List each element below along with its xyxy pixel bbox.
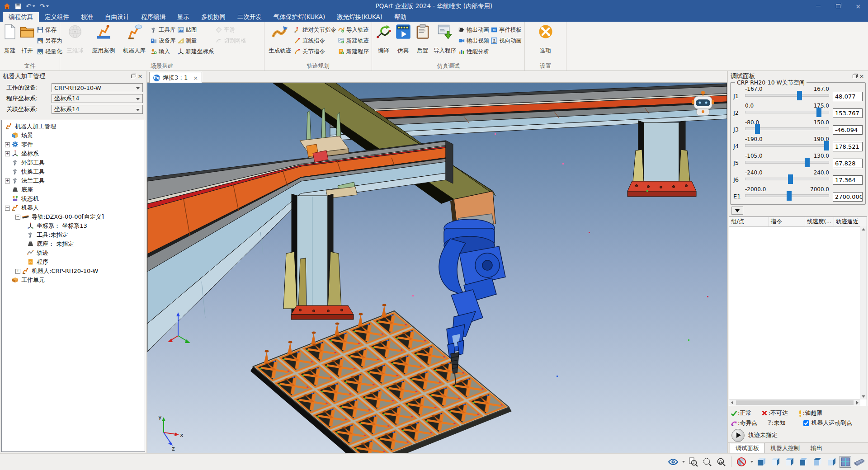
simulate-button[interactable]: 仿真 xyxy=(394,23,412,56)
undo-icon[interactable]: ↶ xyxy=(25,2,36,11)
zoom-select-icon[interactable] xyxy=(715,456,727,468)
close-panel-icon[interactable]: × xyxy=(858,73,865,80)
view-back-icon[interactable] xyxy=(769,456,781,468)
slider-thumb[interactable] xyxy=(788,174,793,184)
visibility-eye-icon[interactable] xyxy=(667,456,679,468)
tree-item-quick-change-tool[interactable]: 快换工具 xyxy=(2,167,145,176)
float-panel-icon[interactable] xyxy=(129,73,137,80)
abs-joint-cmd-button[interactable]: 绝对关节指令 xyxy=(294,26,336,34)
device-library-button[interactable]: 设备库 xyxy=(151,37,176,45)
tab-secondary-dev[interactable]: 二次开发 xyxy=(231,12,268,22)
close-button[interactable]: × xyxy=(848,0,868,12)
smooth-button[interactable]: 平滑 xyxy=(216,26,246,34)
new-button[interactable]: 新建 xyxy=(3,23,17,56)
scrollbar-thumb[interactable] xyxy=(736,400,854,405)
view-right-icon[interactable] xyxy=(797,456,809,468)
slider-thumb[interactable] xyxy=(755,124,760,134)
vertical-scrollbar[interactable] xyxy=(860,226,867,400)
zoom-window-icon[interactable] xyxy=(701,456,713,468)
tab-help[interactable]: 帮助 xyxy=(388,12,412,22)
joint-value-j3[interactable] xyxy=(833,125,863,135)
float-panel-icon[interactable] xyxy=(851,73,858,80)
3d-viewport[interactable]: x y z xyxy=(147,83,727,453)
view-bottom-icon[interactable] xyxy=(826,456,837,468)
joint-cmd-button[interactable]: 关节指令 xyxy=(294,47,336,56)
slider-thumb[interactable] xyxy=(816,108,821,117)
play-button[interactable] xyxy=(731,429,745,442)
new-program-button[interactable]: 新建程序 xyxy=(338,47,369,56)
tab-free-design[interactable]: 自由设计 xyxy=(99,12,135,22)
view-front-icon[interactable] xyxy=(755,456,767,468)
tree-item-state-machine[interactable]: 状态机 xyxy=(2,194,145,203)
view-plane-grid-icon[interactable] xyxy=(840,456,851,468)
tree-item-frames[interactable]: + 坐标系 xyxy=(2,149,145,158)
tree-expander[interactable]: + xyxy=(15,269,20,274)
tree-expander[interactable]: + xyxy=(5,151,10,156)
tree-item-robot-crp[interactable]: + 机器人:CRP-RH20-10-W xyxy=(2,267,145,276)
view-left-icon[interactable] xyxy=(783,456,795,468)
scroll-up-icon[interactable] xyxy=(862,228,865,230)
post-process-button[interactable]: 后置 xyxy=(414,23,431,56)
move-to-point-checkbox[interactable] xyxy=(803,420,809,426)
joint-slider-j1[interactable]: -167.0 167.0 xyxy=(745,85,829,102)
joint-slider-j4[interactable]: -190.0 190.0 xyxy=(745,136,829,152)
tab-output[interactable]: 输出 xyxy=(805,443,828,453)
hide-cube-icon[interactable] xyxy=(736,456,747,468)
joint-slider-j5[interactable]: -105.0 130.0 xyxy=(745,152,829,169)
tree-item-rail-program[interactable]: <> 程序 xyxy=(2,258,145,267)
scroll-right-icon[interactable] xyxy=(856,401,859,404)
new-frame-button[interactable]: 新建坐标系 xyxy=(178,47,214,56)
cube-dropdown-caret[interactable] xyxy=(750,461,753,463)
import-trajectory-button[interactable]: 导入轨迹 xyxy=(338,26,369,34)
texture-button[interactable]: 贴图 xyxy=(178,26,214,34)
tree-expander[interactable]: + xyxy=(5,179,10,183)
view-slab-icon[interactable] xyxy=(854,456,865,468)
new-trajectory-button[interactable]: 新建轨迹 xyxy=(338,37,369,45)
tab-define-component[interactable]: 定义组件 xyxy=(39,12,75,22)
generate-trajectory-button[interactable]: 生成轨迹 xyxy=(267,23,292,56)
working-device-select[interactable]: CRP-RH20-10-W xyxy=(52,83,143,92)
joint-value-j1[interactable] xyxy=(833,92,863,101)
tab-close-icon[interactable]: × xyxy=(193,75,198,81)
save-as-button[interactable]: 另存为 xyxy=(37,37,62,45)
measure-button[interactable]: 测量 xyxy=(178,37,214,45)
export-video-button[interactable]: 输出视频 xyxy=(458,37,489,45)
tab-debug-panel[interactable]: 调试面板 xyxy=(730,443,765,453)
tab-program-edit[interactable]: 程序编辑 xyxy=(135,12,171,22)
tab-gas-welding-kuka[interactable]: 气体保护焊(KUKA) xyxy=(268,12,331,22)
open-button[interactable]: 打开 xyxy=(19,23,35,56)
lightweight-button[interactable]: 轻量化 xyxy=(37,47,62,56)
tree-expander[interactable]: + xyxy=(5,142,10,147)
app-case-button[interactable]: 应用案例 xyxy=(89,23,118,56)
redo-icon[interactable]: ↷ xyxy=(39,2,50,11)
tab-robot-control[interactable]: 机器人控制 xyxy=(765,443,805,453)
scroll-left-icon[interactable] xyxy=(731,401,733,404)
col-group-point[interactable]: 组/点 xyxy=(729,217,769,226)
minimize-button[interactable] xyxy=(808,0,828,12)
joint-slider-e1[interactable]: -2000.0 7000.0 xyxy=(745,186,829,202)
tree-item-scene[interactable]: 场景 xyxy=(2,131,145,140)
joint-value-e1[interactable] xyxy=(833,192,863,202)
tab-programming-simulation[interactable]: 编程仿真 xyxy=(3,12,39,22)
linked-frame-select[interactable]: 坐标系14 xyxy=(52,105,143,114)
tree-item-rail-frame[interactable]: 坐标系： 坐标系13 xyxy=(2,221,145,230)
options-button[interactable]: 选项 xyxy=(533,23,558,56)
tool-library-button[interactable]: 工具库 xyxy=(151,26,176,34)
line-cmd-button[interactable]: 直线指令 xyxy=(294,37,336,45)
document-tab[interactable]: Pq 焊接3 : 1 × xyxy=(149,72,202,83)
home-icon[interactable] xyxy=(3,2,11,11)
import-button[interactable]: 输入 xyxy=(151,47,176,56)
program-frame-select[interactable]: 坐标系14 xyxy=(52,94,143,103)
compile-button[interactable]: 编译 xyxy=(375,23,392,56)
expand-more-button[interactable] xyxy=(731,207,743,215)
tab-multi-machine[interactable]: 多机协同 xyxy=(195,12,231,22)
col-linear-speed[interactable]: 线速度(... xyxy=(805,217,834,226)
view-animation-button[interactable]: 视向动画 xyxy=(491,37,522,45)
col-approach[interactable]: 轨迹逼近 xyxy=(834,217,863,226)
tab-display[interactable]: 显示 xyxy=(171,12,195,22)
slider-thumb[interactable] xyxy=(797,91,802,100)
close-panel-icon[interactable]: × xyxy=(137,73,144,80)
tree-item-parts[interactable]: + 零件 xyxy=(2,140,145,149)
slider-thumb[interactable] xyxy=(805,158,810,167)
slider-track[interactable] xyxy=(745,178,829,180)
